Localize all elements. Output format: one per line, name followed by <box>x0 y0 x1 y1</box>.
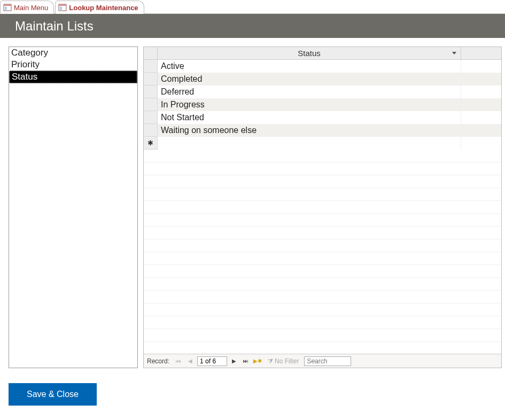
tabs-bar: Main Menu Lookup Maintenance <box>0 0 505 14</box>
row-selector[interactable] <box>144 73 158 85</box>
table-row[interactable]: Waiting on someone else <box>144 124 501 137</box>
tab-lookup-maintenance[interactable]: Lookup Maintenance <box>55 1 144 14</box>
empty-rows <box>144 150 501 342</box>
page-title: Maintain Lists <box>15 19 94 34</box>
tab-label: Lookup Maintenance <box>69 4 138 12</box>
svg-rect-8 <box>60 8 62 9</box>
table-row[interactable]: Not Started <box>144 111 501 124</box>
svg-rect-4 <box>5 9 7 10</box>
table-row[interactable]: In Progress <box>144 98 501 111</box>
table-row-new[interactable] <box>144 137 501 150</box>
cell-status[interactable]: Active <box>158 60 461 73</box>
cell-status[interactable]: Completed <box>158 73 461 85</box>
grid-body[interactable]: Active Completed Deferred In Progress No… <box>144 60 501 354</box>
footer: Save & Close <box>0 368 505 406</box>
column-header-label: Status <box>298 49 321 58</box>
svg-rect-1 <box>4 4 11 6</box>
svg-rect-2 <box>5 7 7 7</box>
grid-header-row: Status <box>144 47 501 60</box>
row-selector[interactable] <box>144 124 158 137</box>
tab-main-menu[interactable]: Main Menu <box>0 1 54 14</box>
cell-status[interactable]: In Progress <box>158 98 461 111</box>
record-navigator: Record: ⏮ ◀ ▶ ⏭ ▶✱ ⧩ No Filter <box>144 354 501 368</box>
new-record-icon: ▶✱ <box>253 358 262 364</box>
form-icon <box>58 3 67 12</box>
select-all-corner[interactable] <box>144 47 158 59</box>
cell-status[interactable]: Deferred <box>158 85 461 98</box>
svg-rect-3 <box>5 8 7 9</box>
save-close-button[interactable]: Save & Close <box>9 383 97 406</box>
category-list[interactable]: Category Priority Status <box>9 46 138 368</box>
cell-status[interactable]: Not Started <box>158 111 461 124</box>
prev-record-button[interactable]: ◀ <box>185 356 195 366</box>
filter-icon: ⧩ <box>268 357 273 365</box>
table-row[interactable]: Completed <box>144 73 501 85</box>
page-header: Maintain Lists <box>0 14 505 38</box>
chevron-down-icon[interactable] <box>452 52 456 55</box>
svg-rect-7 <box>60 7 62 7</box>
svg-rect-9 <box>60 9 62 10</box>
last-record-button[interactable]: ⏭ <box>241 356 251 366</box>
cell-status[interactable]: Waiting on someone else <box>158 124 461 137</box>
category-item[interactable]: Status <box>9 71 137 83</box>
search-input[interactable] <box>304 356 351 366</box>
row-selector[interactable] <box>144 85 158 98</box>
new-record-button[interactable]: ▶✱ <box>253 356 262 366</box>
row-selector[interactable] <box>144 111 158 124</box>
nav-label: Record: <box>147 357 169 365</box>
record-position-input[interactable] <box>197 356 227 366</box>
row-selector[interactable] <box>144 98 158 111</box>
content-area: Category Priority Status Status Active C… <box>0 38 505 368</box>
column-filler <box>461 47 501 59</box>
form-icon <box>3 3 12 12</box>
svg-rect-6 <box>59 4 66 6</box>
table-row[interactable]: Deferred <box>144 85 501 98</box>
column-header-status[interactable]: Status <box>158 47 461 59</box>
cell-status[interactable] <box>158 137 461 150</box>
first-record-button[interactable]: ⏮ <box>174 356 183 366</box>
category-item[interactable]: Category <box>9 47 137 59</box>
next-record-button[interactable]: ▶ <box>229 356 239 366</box>
filter-label: No Filter <box>275 357 299 365</box>
tab-label: Main Menu <box>14 4 48 12</box>
table-row[interactable]: Active <box>144 60 501 73</box>
data-grid: Status Active Completed Deferred In Prog… <box>143 46 502 368</box>
filter-indicator[interactable]: ⧩ No Filter <box>268 357 299 365</box>
row-selector-new[interactable] <box>144 137 158 150</box>
row-selector[interactable] <box>144 60 158 73</box>
category-item[interactable]: Priority <box>9 59 137 71</box>
